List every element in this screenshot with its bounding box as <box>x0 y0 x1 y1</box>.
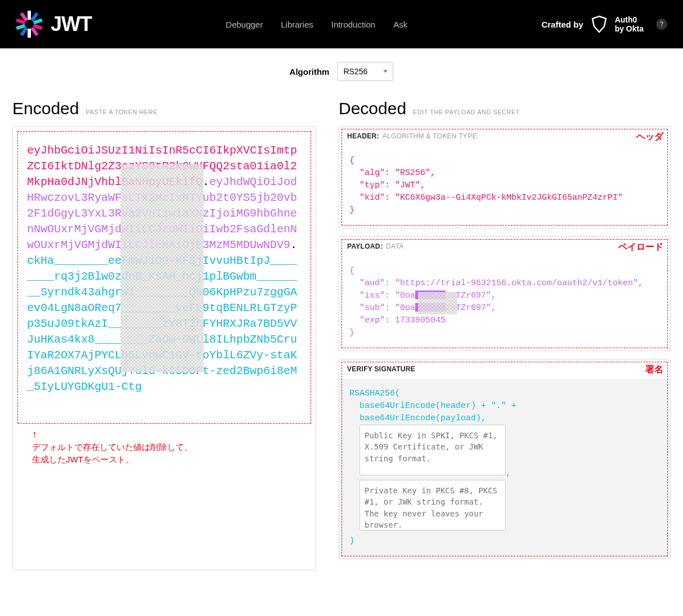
jp-header-tag: ヘッダ <box>636 131 663 143</box>
algorithm-select[interactable]: RS256 <box>337 62 393 81</box>
jp-signature-tag: 署名 <box>645 364 663 376</box>
redaction-overlay <box>120 164 204 372</box>
header-label: HEADER: <box>347 132 379 140</box>
auth0-shield-icon <box>590 15 608 33</box>
crafted-by: Crafted by Auth0 by Okta ? <box>541 15 667 33</box>
public-key-input[interactable] <box>360 425 506 475</box>
encoded-title: Encoded <box>12 99 79 118</box>
auth0-line2: by Okta <box>615 24 644 33</box>
navbar: JWT Debugger Libraries Introduction Ask … <box>0 0 683 48</box>
decoded-header-json[interactable]: { "alg": "RS256", "typ": "JWT", "kid": "… <box>339 146 670 228</box>
nav-libraries[interactable]: Libraries <box>281 20 313 29</box>
auth0-line1: Auth0 <box>615 15 644 24</box>
redaction-overlay-payload <box>418 292 457 314</box>
signature-label: VERIFY SIGNATURE <box>347 365 415 373</box>
encoded-panel[interactable]: eyJhbGciOiJSUzI1NiIsInR5cCI6IkpXVCIsImtp… <box>12 126 316 570</box>
algorithm-label: Algorithm <box>290 67 330 77</box>
sig-line-1: base64UrlEncode(header) + "." + <box>360 401 516 411</box>
algorithm-row: Algorithm RS256 <box>0 48 683 91</box>
payload-sublabel: DATA <box>386 242 403 250</box>
sig-comma: , <box>506 469 511 478</box>
encoded-note: ↑ デフォルトで存在していた値は削除して、 生成したJWTをペースト。 <box>32 428 192 466</box>
sig-fn: RSASHA256( <box>349 389 400 398</box>
sig-close: ) <box>349 536 354 546</box>
private-key-input[interactable] <box>360 480 506 530</box>
decoded-signature-box: 署名 VERIFY SIGNATURE RSASHA256( base64Url… <box>339 359 671 559</box>
decoded-payload-box: ペイロード PAYLOAD: DATA { "aud": "https://tr… <box>339 236 671 351</box>
decoded-sub: EDIT THE PAYLOAD AND SECRET <box>413 109 520 115</box>
encoded-token[interactable]: eyJhbGciOiJSUzI1NiIsInR5cCI6IkpXVCIsImtp… <box>17 131 311 424</box>
sig-line-2: base64UrlEncode(payload), <box>360 413 486 423</box>
logo[interactable]: JWT <box>16 11 92 38</box>
encoded-sub: PASTE A TOKEN HERE <box>86 109 158 115</box>
svg-rect-1 <box>28 29 31 38</box>
note-arrow: ↑ <box>32 429 37 440</box>
payload-label: PAYLOAD: <box>347 242 383 250</box>
jp-payload-tag: ペイロード <box>618 241 663 253</box>
jwt-asterisk-icon <box>16 11 43 38</box>
crafted-label: Crafted by <box>541 20 583 29</box>
help-icon[interactable]: ? <box>656 19 667 30</box>
logo-text: JWT <box>51 12 92 36</box>
nav-debugger[interactable]: Debugger <box>226 20 263 29</box>
decoded-header-box: ヘッダ HEADER: ALGORITHM & TOKEN TYPE { "al… <box>339 126 671 228</box>
decoded-title: Decoded <box>339 99 406 118</box>
decoded-payload-json[interactable]: { "aud": "https://trial-9632156.okta.com… <box>339 256 670 350</box>
nav-introduction[interactable]: Introduction <box>331 20 375 29</box>
decoded-signature-body: RSASHA256( base64UrlEncode(header) + "."… <box>339 379 670 559</box>
svg-rect-0 <box>28 11 31 20</box>
nav-ask[interactable]: Ask <box>393 20 407 29</box>
note-line-1: デフォルトで存在していた値は削除して、 <box>32 442 192 452</box>
header-sublabel: ALGORITHM & TOKEN TYPE <box>383 132 477 140</box>
nav-links: Debugger Libraries Introduction Ask <box>226 20 407 29</box>
note-line-2: 生成したJWTをペースト。 <box>32 455 134 464</box>
